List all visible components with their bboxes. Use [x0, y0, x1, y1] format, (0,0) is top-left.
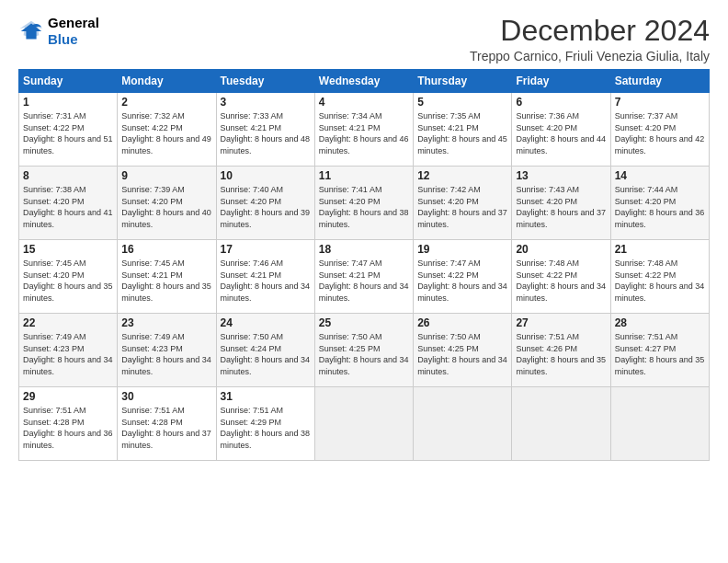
- cell-info: Sunrise: 7:37 AMSunset: 4:20 PMDaylight:…: [615, 111, 705, 155]
- title-block: December 2024 Treppo Carnico, Friuli Ven…: [470, 15, 710, 63]
- calendar-cell: [314, 387, 413, 461]
- cell-info: Sunrise: 7:41 AMSunset: 4:20 PMDaylight:…: [319, 185, 409, 229]
- calendar-cell: 30 Sunrise: 7:51 AMSunset: 4:28 PMDaylig…: [118, 387, 216, 461]
- cell-info: Sunrise: 7:51 AMSunset: 4:28 PMDaylight:…: [23, 406, 113, 450]
- svg-marker-1: [19, 21, 42, 38]
- day-number: 2: [121, 96, 211, 109]
- col-header-friday: Friday: [512, 70, 610, 93]
- logo-text: General Blue: [48, 15, 99, 48]
- col-header-thursday: Thursday: [414, 70, 512, 93]
- day-number: 20: [516, 243, 606, 256]
- calendar-cell: 6 Sunrise: 7:36 AMSunset: 4:20 PMDayligh…: [512, 93, 610, 167]
- calendar-cell: 28 Sunrise: 7:51 AMSunset: 4:27 PMDaylig…: [610, 314, 709, 387]
- day-number: 18: [319, 243, 409, 256]
- cell-info: Sunrise: 7:49 AMSunset: 4:23 PMDaylight:…: [121, 332, 211, 376]
- subtitle: Treppo Carnico, Friuli Venezia Giulia, I…: [470, 49, 710, 63]
- calendar-cell: 24 Sunrise: 7:50 AMSunset: 4:24 PMDaylig…: [216, 314, 314, 387]
- cell-info: Sunrise: 7:31 AMSunset: 4:22 PMDaylight:…: [23, 111, 113, 155]
- week-row-3: 15 Sunrise: 7:45 AMSunset: 4:20 PMDaylig…: [19, 240, 710, 314]
- day-number: 13: [516, 169, 606, 182]
- calendar-cell: 4 Sunrise: 7:34 AMSunset: 4:21 PMDayligh…: [314, 93, 413, 167]
- cell-info: Sunrise: 7:42 AMSunset: 4:20 PMDaylight:…: [417, 185, 507, 229]
- calendar-cell: [610, 387, 709, 461]
- week-row-2: 8 Sunrise: 7:38 AMSunset: 4:20 PMDayligh…: [19, 167, 710, 240]
- cell-info: Sunrise: 7:49 AMSunset: 4:23 PMDaylight:…: [23, 332, 113, 376]
- calendar-cell: 17 Sunrise: 7:46 AMSunset: 4:21 PMDaylig…: [216, 240, 314, 314]
- day-number: 28: [615, 316, 705, 329]
- cell-info: Sunrise: 7:48 AMSunset: 4:22 PMDaylight:…: [516, 259, 606, 303]
- calendar-cell: 8 Sunrise: 7:38 AMSunset: 4:20 PMDayligh…: [19, 167, 118, 240]
- cell-info: Sunrise: 7:39 AMSunset: 4:20 PMDaylight:…: [121, 185, 211, 229]
- cell-info: Sunrise: 7:40 AMSunset: 4:20 PMDaylight:…: [221, 185, 311, 229]
- calendar-cell: 12 Sunrise: 7:42 AMSunset: 4:20 PMDaylig…: [414, 167, 512, 240]
- calendar-cell: 14 Sunrise: 7:44 AMSunset: 4:20 PMDaylig…: [610, 167, 709, 240]
- calendar-cell: 22 Sunrise: 7:49 AMSunset: 4:23 PMDaylig…: [19, 314, 118, 387]
- calendar-cell: 9 Sunrise: 7:39 AMSunset: 4:20 PMDayligh…: [118, 167, 216, 240]
- day-number: 29: [23, 390, 113, 403]
- col-header-saturday: Saturday: [610, 70, 709, 93]
- calendar-cell: 29 Sunrise: 7:51 AMSunset: 4:28 PMDaylig…: [19, 387, 118, 461]
- day-number: 19: [417, 243, 507, 256]
- cell-info: Sunrise: 7:50 AMSunset: 4:25 PMDaylight:…: [417, 332, 507, 376]
- day-number: 7: [615, 96, 705, 109]
- day-number: 6: [516, 96, 606, 109]
- calendar-cell: 25 Sunrise: 7:50 AMSunset: 4:25 PMDaylig…: [314, 314, 413, 387]
- week-row-1: 1 Sunrise: 7:31 AMSunset: 4:22 PMDayligh…: [19, 93, 710, 167]
- col-header-tuesday: Tuesday: [216, 70, 314, 93]
- cell-info: Sunrise: 7:45 AMSunset: 4:20 PMDaylight:…: [23, 259, 113, 303]
- col-header-wednesday: Wednesday: [314, 70, 413, 93]
- calendar-cell: 18 Sunrise: 7:47 AMSunset: 4:21 PMDaylig…: [314, 240, 413, 314]
- calendar-cell: 2 Sunrise: 7:32 AMSunset: 4:22 PMDayligh…: [118, 93, 216, 167]
- cell-info: Sunrise: 7:45 AMSunset: 4:21 PMDaylight:…: [121, 259, 211, 303]
- day-number: 23: [121, 316, 211, 329]
- cell-info: Sunrise: 7:32 AMSunset: 4:22 PMDaylight:…: [121, 111, 211, 155]
- day-number: 11: [319, 169, 409, 182]
- page: General Blue December 2024 Treppo Carnic…: [0, 0, 728, 563]
- cell-info: Sunrise: 7:47 AMSunset: 4:21 PMDaylight:…: [319, 259, 409, 303]
- month-title: December 2024: [470, 15, 710, 47]
- day-number: 1: [23, 96, 113, 109]
- day-number: 26: [417, 316, 507, 329]
- calendar-cell: [512, 387, 610, 461]
- cell-info: Sunrise: 7:48 AMSunset: 4:22 PMDaylight:…: [615, 259, 705, 303]
- calendar-cell: 3 Sunrise: 7:33 AMSunset: 4:21 PMDayligh…: [216, 93, 314, 167]
- calendar-cell: 26 Sunrise: 7:50 AMSunset: 4:25 PMDaylig…: [414, 314, 512, 387]
- day-number: 22: [23, 316, 113, 329]
- day-number: 3: [221, 96, 311, 109]
- day-number: 5: [417, 96, 507, 109]
- calendar-cell: 1 Sunrise: 7:31 AMSunset: 4:22 PMDayligh…: [19, 93, 118, 167]
- col-header-sunday: Sunday: [19, 70, 118, 93]
- calendar-cell: 5 Sunrise: 7:35 AMSunset: 4:21 PMDayligh…: [414, 93, 512, 167]
- calendar-cell: 20 Sunrise: 7:48 AMSunset: 4:22 PMDaylig…: [512, 240, 610, 314]
- day-number: 15: [23, 243, 113, 256]
- logo: General Blue: [18, 15, 99, 48]
- cell-info: Sunrise: 7:46 AMSunset: 4:21 PMDaylight:…: [221, 259, 311, 303]
- cell-info: Sunrise: 7:47 AMSunset: 4:22 PMDaylight:…: [417, 259, 507, 303]
- logo-bird-icon: [18, 18, 44, 44]
- day-number: 8: [23, 169, 113, 182]
- calendar-cell: 10 Sunrise: 7:40 AMSunset: 4:20 PMDaylig…: [216, 167, 314, 240]
- calendar-cell: 11 Sunrise: 7:41 AMSunset: 4:20 PMDaylig…: [314, 167, 413, 240]
- cell-info: Sunrise: 7:43 AMSunset: 4:20 PMDaylight:…: [516, 185, 606, 229]
- calendar-cell: 16 Sunrise: 7:45 AMSunset: 4:21 PMDaylig…: [118, 240, 216, 314]
- calendar-header-row: SundayMondayTuesdayWednesdayThursdayFrid…: [19, 70, 710, 93]
- cell-info: Sunrise: 7:44 AMSunset: 4:20 PMDaylight:…: [615, 185, 705, 229]
- day-number: 17: [221, 243, 311, 256]
- calendar-cell: 7 Sunrise: 7:37 AMSunset: 4:20 PMDayligh…: [610, 93, 709, 167]
- day-number: 10: [221, 169, 311, 182]
- calendar-cell: 31 Sunrise: 7:51 AMSunset: 4:29 PMDaylig…: [216, 387, 314, 461]
- day-number: 31: [221, 390, 311, 403]
- day-number: 4: [319, 96, 409, 109]
- cell-info: Sunrise: 7:51 AMSunset: 4:28 PMDaylight:…: [121, 406, 211, 450]
- day-number: 21: [615, 243, 705, 256]
- cell-info: Sunrise: 7:50 AMSunset: 4:25 PMDaylight:…: [319, 332, 409, 376]
- day-number: 9: [121, 169, 211, 182]
- calendar-cell: 21 Sunrise: 7:48 AMSunset: 4:22 PMDaylig…: [610, 240, 709, 314]
- cell-info: Sunrise: 7:51 AMSunset: 4:26 PMDaylight:…: [516, 332, 606, 376]
- day-number: 27: [516, 316, 606, 329]
- cell-info: Sunrise: 7:51 AMSunset: 4:27 PMDaylight:…: [615, 332, 705, 376]
- header: General Blue December 2024 Treppo Carnic…: [18, 15, 710, 63]
- calendar-cell: 19 Sunrise: 7:47 AMSunset: 4:22 PMDaylig…: [414, 240, 512, 314]
- calendar-cell: 15 Sunrise: 7:45 AMSunset: 4:20 PMDaylig…: [19, 240, 118, 314]
- calendar-cell: 27 Sunrise: 7:51 AMSunset: 4:26 PMDaylig…: [512, 314, 610, 387]
